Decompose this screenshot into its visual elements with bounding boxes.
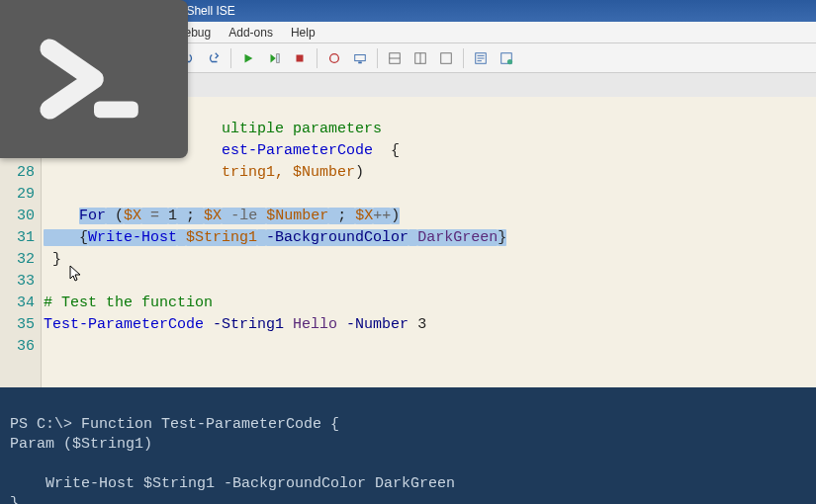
svg-point-11: [330, 53, 339, 62]
menu-help[interactable]: Help: [283, 24, 323, 42]
svg-rect-12: [355, 54, 366, 60]
svg-rect-22: [94, 101, 138, 118]
svg-rect-18: [441, 52, 452, 63]
show-command-icon[interactable]: [495, 46, 518, 70]
redo-icon[interactable]: [202, 46, 226, 70]
powershell-logo-icon: [25, 20, 163, 138]
remote-icon[interactable]: [348, 46, 372, 70]
layout-console-icon[interactable]: [434, 46, 458, 70]
svg-rect-13: [358, 61, 362, 63]
run-icon[interactable]: [236, 46, 260, 70]
svg-point-21: [507, 58, 512, 63]
breakpoint-icon[interactable]: [322, 46, 346, 70]
menu-addons[interactable]: Add-ons: [221, 24, 281, 42]
layout-default-icon[interactable]: [383, 46, 407, 70]
stop-icon[interactable]: [288, 46, 312, 70]
console-pane[interactable]: PS C:\> Function Test-ParameterCode { Pa…: [0, 387, 816, 504]
layout-script-icon[interactable]: [408, 46, 432, 70]
powershell-logo-overlay: [0, 0, 188, 158]
run-selection-icon[interactable]: [262, 46, 286, 70]
svg-rect-9: [277, 53, 280, 62]
show-script-icon[interactable]: [469, 46, 493, 70]
svg-rect-10: [297, 54, 304, 61]
